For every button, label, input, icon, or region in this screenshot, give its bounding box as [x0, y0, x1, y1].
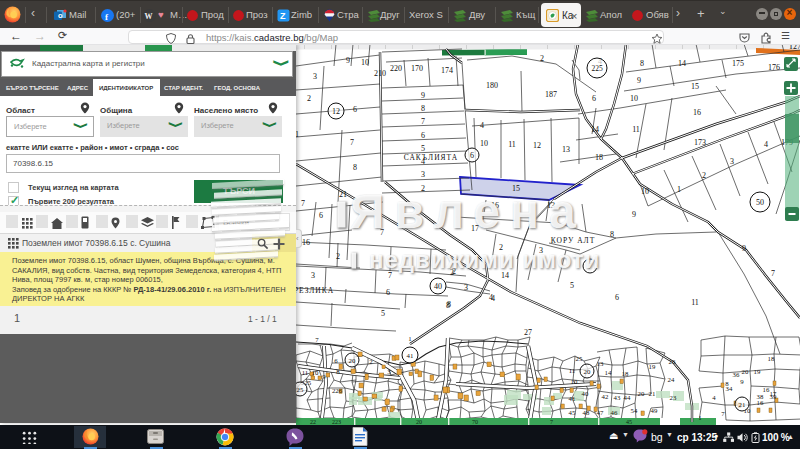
svg-text:8: 8: [447, 300, 451, 309]
svg-text:16: 16: [693, 108, 701, 117]
svg-text:18: 18: [595, 153, 603, 162]
svg-text:44: 44: [624, 394, 631, 401]
svg-text:САКЪЛИЯТА: САКЪЛИЯТА: [404, 153, 458, 162]
svg-text:20: 20: [742, 368, 749, 375]
svg-text:4: 4: [712, 394, 716, 401]
svg-text:225: 225: [591, 64, 603, 73]
svg-text:13: 13: [597, 360, 604, 367]
svg-text:7: 7: [421, 117, 425, 126]
svg-text:10: 10: [361, 58, 369, 67]
svg-text:45: 45: [569, 409, 576, 416]
svg-text:19: 19: [754, 368, 761, 375]
svg-text:10: 10: [480, 139, 488, 148]
svg-text:42: 42: [602, 393, 609, 400]
svg-text:9: 9: [346, 56, 350, 65]
svg-text:48: 48: [583, 409, 590, 416]
svg-text:6: 6: [334, 357, 338, 364]
svg-text:27: 27: [524, 328, 532, 337]
svg-text:7: 7: [721, 410, 725, 417]
svg-text:W: W: [145, 12, 153, 21]
svg-text:9: 9: [632, 210, 636, 219]
svg-text:18: 18: [768, 355, 775, 362]
svg-text:16: 16: [757, 399, 764, 406]
svg-text:6: 6: [386, 288, 390, 297]
svg-text:11: 11: [569, 367, 576, 374]
svg-text:25: 25: [297, 386, 304, 393]
svg-text:13: 13: [562, 145, 570, 154]
svg-text:9: 9: [322, 373, 326, 380]
svg-text:8: 8: [640, 59, 644, 68]
svg-text:1: 1: [677, 185, 681, 194]
svg-text:39: 39: [770, 393, 777, 400]
svg-text:38: 38: [757, 393, 764, 400]
svg-text:25: 25: [576, 355, 583, 362]
svg-text:10: 10: [630, 94, 638, 103]
svg-text:РЕЗЛИКА: РЕЗЛИКА: [296, 286, 334, 295]
svg-text:6: 6: [592, 94, 596, 103]
svg-text:11: 11: [632, 125, 640, 134]
svg-text:3: 3: [311, 271, 315, 280]
svg-text:3: 3: [421, 170, 425, 179]
svg-text:176: 176: [768, 63, 780, 72]
svg-text:2: 2: [702, 171, 706, 180]
svg-text:12: 12: [533, 141, 541, 150]
svg-text:2: 2: [307, 94, 311, 103]
svg-text:34: 34: [726, 385, 733, 392]
svg-text:1: 1: [698, 414, 701, 421]
svg-text:o: o: [58, 11, 63, 20]
svg-text:3: 3: [387, 368, 391, 375]
svg-text:43: 43: [614, 394, 621, 401]
svg-text:10: 10: [571, 378, 578, 385]
svg-text:20: 20: [584, 368, 591, 375]
svg-text:9: 9: [740, 378, 744, 385]
svg-text:5: 5: [381, 309, 385, 318]
svg-text:6: 6: [615, 293, 619, 302]
svg-text:9: 9: [421, 91, 425, 100]
svg-text:8: 8: [421, 104, 425, 113]
svg-text:2: 2: [540, 54, 544, 63]
svg-text:20: 20: [349, 357, 356, 364]
svg-text:50: 50: [756, 198, 764, 207]
svg-text:7: 7: [350, 138, 354, 147]
svg-text:127: 127: [789, 44, 800, 51]
svg-text:7: 7: [315, 336, 319, 343]
svg-text:Явлена: Явлена: [350, 185, 586, 238]
svg-text:14: 14: [591, 125, 599, 134]
svg-text:4: 4: [480, 121, 484, 130]
svg-text:7: 7: [301, 199, 305, 208]
svg-text:173: 173: [694, 138, 706, 147]
svg-text:2: 2: [369, 358, 373, 365]
svg-text:10: 10: [641, 187, 649, 196]
svg-text:8: 8: [610, 230, 614, 239]
svg-text:5: 5: [421, 144, 425, 153]
svg-text:41: 41: [407, 352, 414, 359]
svg-text:4: 4: [491, 294, 495, 303]
svg-text:15: 15: [691, 82, 699, 91]
svg-text:6: 6: [470, 151, 474, 160]
svg-text:3: 3: [730, 157, 734, 166]
svg-text:12: 12: [332, 107, 340, 116]
svg-text:24: 24: [668, 376, 675, 383]
svg-text:5: 5: [570, 281, 574, 290]
svg-text:54: 54: [631, 407, 638, 414]
svg-text:19: 19: [649, 363, 656, 370]
svg-text:7: 7: [771, 269, 775, 278]
svg-text:8: 8: [353, 163, 357, 172]
svg-text:1: 1: [408, 335, 411, 342]
svg-text:26: 26: [669, 358, 676, 365]
svg-text:46: 46: [611, 409, 618, 416]
svg-text:23: 23: [670, 394, 677, 401]
svg-text:180: 180: [486, 81, 498, 90]
svg-text:11: 11: [302, 369, 309, 376]
svg-text:226: 226: [332, 387, 343, 394]
svg-text:9: 9: [637, 76, 641, 85]
svg-text:10: 10: [312, 369, 319, 376]
svg-text:9: 9: [742, 244, 746, 253]
svg-text:41: 41: [569, 395, 576, 402]
svg-text:20: 20: [638, 390, 645, 397]
svg-text:11: 11: [508, 140, 516, 149]
svg-text:16: 16: [302, 238, 310, 247]
svg-text:21: 21: [339, 190, 347, 199]
svg-text:21: 21: [649, 390, 656, 397]
svg-text:6: 6: [421, 131, 425, 140]
